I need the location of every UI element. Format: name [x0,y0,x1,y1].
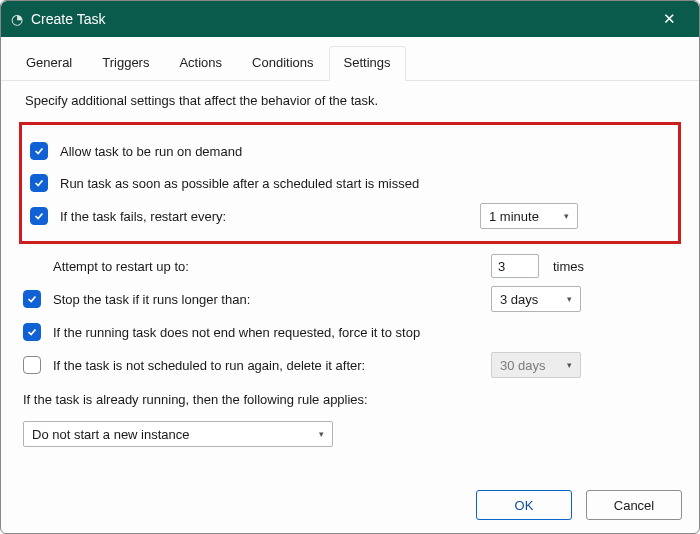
app-icon: ◔ [11,11,23,27]
label-allow-on-demand: Allow task to be run on demand [60,144,242,159]
check-icon [26,326,38,338]
tab-triggers[interactable]: Triggers [87,46,164,81]
select-restart-interval[interactable]: 1 minute ▾ [480,203,578,229]
tab-actions[interactable]: Actions [164,46,237,81]
highlighted-region: Allow task to be run on demand Run task … [19,122,681,244]
select-stop-duration[interactable]: 3 days ▾ [491,286,581,312]
check-icon [26,293,38,305]
chevron-down-icon: ▾ [319,429,324,439]
input-attempt-count[interactable]: 3 [491,254,539,278]
chevron-down-icon: ▾ [564,211,569,221]
checkbox-force-stop[interactable] [23,323,41,341]
dialog-footer: OK Cancel [476,490,682,520]
check-icon [33,177,45,189]
label-force-stop: If the running task does not end when re… [53,325,420,340]
label-attempt-suffix: times [553,259,584,274]
label-run-asap: Run task as soon as possible after a sch… [60,176,419,191]
checkbox-restart-every[interactable] [30,207,48,225]
label-rule: If the task is already running, then the… [23,392,681,407]
window-title: Create Task [31,11,105,27]
tab-content: Specify additional settings that affect … [1,81,699,457]
checkbox-allow-on-demand[interactable] [30,142,48,160]
label-restart-every: If the task fails, restart every: [60,209,226,224]
checkbox-stop-if-longer[interactable] [23,290,41,308]
select-rule-value: Do not start a new instance [32,427,311,442]
check-icon [33,210,45,222]
select-delete-duration-value: 30 days [500,358,559,373]
cancel-button[interactable]: Cancel [586,490,682,520]
chevron-down-icon: ▾ [567,294,572,304]
input-attempt-count-value: 3 [498,259,505,274]
title-bar: ◔ Create Task ✕ [1,1,699,37]
label-stop-if-longer: Stop the task if it runs longer than: [53,292,250,307]
intro-text: Specify additional settings that affect … [25,93,681,108]
checkbox-run-asap[interactable] [30,174,48,192]
tab-strip: General Triggers Actions Conditions Sett… [1,37,699,81]
select-rule[interactable]: Do not start a new instance ▾ [23,421,333,447]
ok-button[interactable]: OK [476,490,572,520]
close-icon[interactable]: ✕ [649,10,689,28]
tab-conditions[interactable]: Conditions [237,46,328,81]
select-stop-duration-value: 3 days [500,292,559,307]
select-restart-interval-value: 1 minute [489,209,556,224]
select-delete-duration: 30 days ▾ [491,352,581,378]
tab-general[interactable]: General [11,46,87,81]
label-attempt-count: Attempt to restart up to: [53,259,189,274]
checkbox-delete-after[interactable] [23,356,41,374]
check-icon [33,145,45,157]
label-delete-after: If the task is not scheduled to run agai… [53,358,365,373]
tab-settings[interactable]: Settings [329,46,406,81]
chevron-down-icon: ▾ [567,360,572,370]
